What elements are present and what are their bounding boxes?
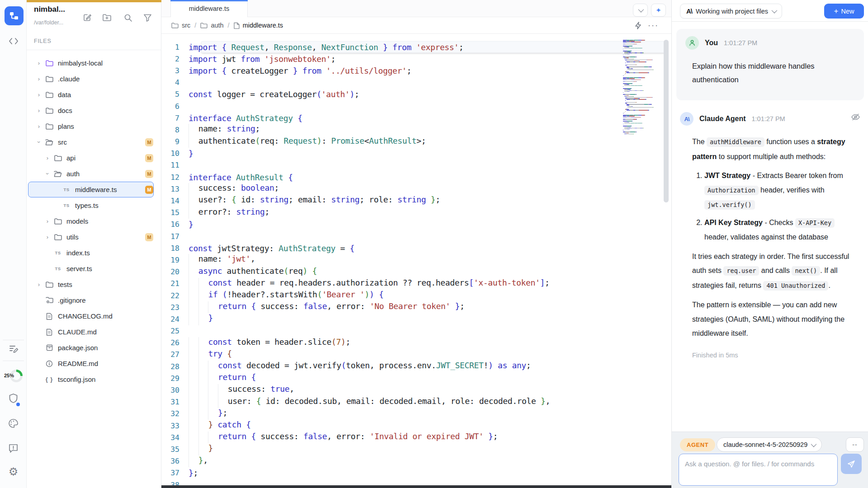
more-options-icon[interactable]: ··· xyxy=(648,17,659,34)
theme-palette-icon[interactable] xyxy=(0,418,27,428)
code-line-5[interactable]: 5const logger = createLogger('auth'); xyxy=(161,89,671,100)
code-line-3[interactable]: 3import { createLogger } from '../utils/… xyxy=(161,65,671,76)
code-line-29[interactable]: 29return { xyxy=(161,372,671,384)
app-logo[interactable] xyxy=(5,6,24,25)
feedback-icon[interactable] xyxy=(0,443,27,453)
tree-item-data[interactable]: ›data xyxy=(28,87,154,103)
code-line-28[interactable]: 28const decoded = jwt.verify(token, proc… xyxy=(161,361,671,372)
code-line-8[interactable]: 8name: string; xyxy=(161,124,671,136)
breadcrumb-file[interactable]: middleware.ts xyxy=(234,22,283,29)
code-editor[interactable]: 1import { Request, Response, NextFunctio… xyxy=(161,41,671,485)
chat-mode-selector[interactable]: A\ Working with project files xyxy=(680,4,782,19)
chevron-right-icon[interactable]: › xyxy=(34,60,43,66)
chevron-down-icon[interactable]: › xyxy=(36,138,42,147)
code-line-16[interactable]: 16} xyxy=(161,219,671,230)
send-button[interactable] xyxy=(841,454,862,474)
model-selector[interactable]: claude-sonnet-4-5-20250929 xyxy=(717,437,822,452)
search-icon[interactable] xyxy=(123,13,133,23)
tree-item-models[interactable]: ›models xyxy=(28,213,154,229)
code-line-10[interactable]: 10} xyxy=(161,148,671,160)
tree-item--gitignore[interactable]: .gitignore xyxy=(28,292,154,308)
code-line-36[interactable]: 36}, xyxy=(161,455,671,467)
code-line-12[interactable]: 12interface AuthResult { xyxy=(161,171,671,183)
chevron-right-icon[interactable]: › xyxy=(43,155,52,161)
code-line-23[interactable]: 23return { success: false, error: 'No Be… xyxy=(161,301,671,313)
code-panel-icon[interactable] xyxy=(0,37,27,45)
chevron-right-icon[interactable]: › xyxy=(43,218,52,225)
tree-item-docs[interactable]: ›docs xyxy=(28,103,154,118)
tab-middleware[interactable]: middleware.ts xyxy=(170,0,248,17)
code-line-13[interactable]: 13success: boolean; xyxy=(161,183,671,195)
chevron-down-icon[interactable]: › xyxy=(44,169,51,178)
security-shield-icon[interactable] xyxy=(0,393,27,404)
hide-message-eye-off-icon[interactable] xyxy=(851,113,860,123)
tree-item-package-json[interactable]: package.json xyxy=(28,340,154,356)
code-line-25[interactable]: 25 xyxy=(161,325,671,337)
composer-more-button[interactable]: -- xyxy=(846,437,864,452)
code-line-32[interactable]: 32}; xyxy=(161,408,671,420)
tree-item-src[interactable]: ›srcM xyxy=(28,134,154,150)
code-line-34[interactable]: 34return { success: false, error: 'Inval… xyxy=(161,432,671,443)
code-line-37[interactable]: 37}; xyxy=(161,467,671,479)
code-line-18[interactable]: 18const jwtStrategy: AuthStrategy = { xyxy=(161,242,671,254)
code-line-17[interactable]: 17 xyxy=(161,230,671,242)
code-line-7[interactable]: 7interface AuthStrategy { xyxy=(161,112,671,124)
code-line-20[interactable]: 20async authenticate(req) { xyxy=(161,266,671,278)
tree-item-middleware-ts[interactable]: TSmiddleware.tsM xyxy=(28,182,154,197)
code-line-35[interactable]: 35} xyxy=(161,443,671,455)
code-line-4[interactable]: 4 xyxy=(161,77,671,89)
code-line-38[interactable]: 38 xyxy=(161,479,671,485)
code-line-19[interactable]: 19name: 'jwt', xyxy=(161,254,671,266)
tree-item--claude[interactable]: ›.claude xyxy=(28,71,154,87)
code-line-9[interactable]: 9authenticate(req: Request): Promise<Aut… xyxy=(161,136,671,148)
editor-scrollbar[interactable] xyxy=(664,40,669,202)
code-line-30[interactable]: 30success: true, xyxy=(161,384,671,396)
chevron-right-icon[interactable]: › xyxy=(34,75,43,82)
code-line-31[interactable]: 31user: { id: decoded.sub, email: decode… xyxy=(161,396,671,408)
code-line-11[interactable]: 11 xyxy=(161,160,671,171)
code-line-1[interactable]: 1import { Request, Response, NextFunctio… xyxy=(161,41,671,53)
tree-item-api[interactable]: ›apiM xyxy=(28,150,154,166)
code-line-15[interactable]: 15error?: string; xyxy=(161,207,671,219)
tree-item-plans[interactable]: ›plans xyxy=(28,118,154,134)
chevron-right-icon[interactable]: › xyxy=(34,107,43,114)
tree-item-readme-md[interactable]: README.md xyxy=(28,356,154,371)
filter-funnel-icon[interactable] xyxy=(142,13,152,23)
code-line-21[interactable]: 21const header = req.headers.authorizati… xyxy=(161,278,671,290)
tree-item-tests[interactable]: ›tests xyxy=(28,277,154,292)
tree-item-types-ts[interactable]: TStypes.ts xyxy=(28,197,154,213)
new-chat-button[interactable]: + New xyxy=(824,4,864,19)
breadcrumb-folder[interactable]: src xyxy=(171,22,190,29)
breadcrumb-folder[interactable]: auth xyxy=(200,22,223,29)
code-line-24[interactable]: 24} xyxy=(161,313,671,325)
ai-sparkle-button[interactable]: ✦ xyxy=(651,4,666,17)
code-line-2[interactable]: 2import jwt from 'jsonwebtoken'; xyxy=(161,53,671,65)
chevron-right-icon[interactable]: › xyxy=(34,123,43,130)
tree-item-utils[interactable]: ›utilsM xyxy=(28,229,154,245)
edit-file-button[interactable] xyxy=(82,13,92,23)
tree-item-tsconfig-json[interactable]: { }tsconfig.json xyxy=(28,371,154,387)
code-line-6[interactable]: 6 xyxy=(161,100,671,112)
code-line-27[interactable]: 27try { xyxy=(161,349,671,361)
tree-item-nimbalyst-local[interactable]: ›nimbalyst-local xyxy=(28,55,154,71)
code-line-33[interactable]: 33} catch { xyxy=(161,420,671,432)
tree-item-server-ts[interactable]: TSserver.ts xyxy=(28,261,154,277)
quick-action-zap-icon[interactable] xyxy=(635,17,642,34)
tree-item-auth[interactable]: ›authM xyxy=(28,166,154,182)
chat-input[interactable] xyxy=(679,454,838,486)
settings-gear-icon[interactable]: ⚙ xyxy=(0,466,27,477)
tree-item-index-ts[interactable]: TSindex.ts xyxy=(28,245,154,261)
minimap[interactable] xyxy=(623,40,662,135)
notes-edit-icon[interactable] xyxy=(0,344,27,353)
tree-item-claude-md[interactable]: CLAUDE.md xyxy=(28,324,154,340)
code-line-22[interactable]: 22if (!header?.startsWith('Bearer ')) { xyxy=(161,290,671,301)
chevron-right-icon[interactable]: › xyxy=(34,91,43,98)
horizontal-scrollbar[interactable] xyxy=(161,485,671,488)
new-folder-button[interactable] xyxy=(102,13,112,23)
code-line-14[interactable]: 14user?: { id: string; email: string; ro… xyxy=(161,195,671,206)
chevron-right-icon[interactable]: › xyxy=(34,281,43,288)
tree-item-changelog-md[interactable]: CHANGELOG.md xyxy=(28,308,154,324)
tab-list-dropdown-button[interactable] xyxy=(633,4,648,17)
chevron-right-icon[interactable]: › xyxy=(43,234,52,240)
code-line-26[interactable]: 26const token = header.slice(7); xyxy=(161,337,671,349)
